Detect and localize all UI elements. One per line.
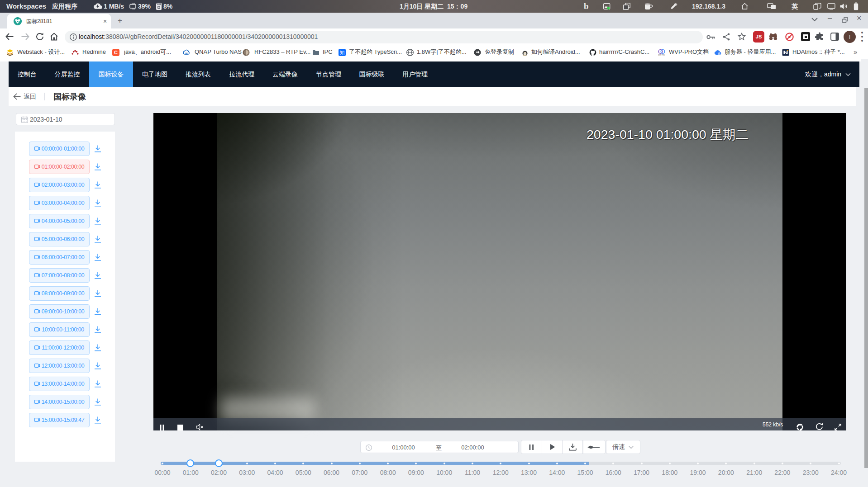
svg-text:WVP-PRO: WVP-PRO: [658, 54, 665, 56]
